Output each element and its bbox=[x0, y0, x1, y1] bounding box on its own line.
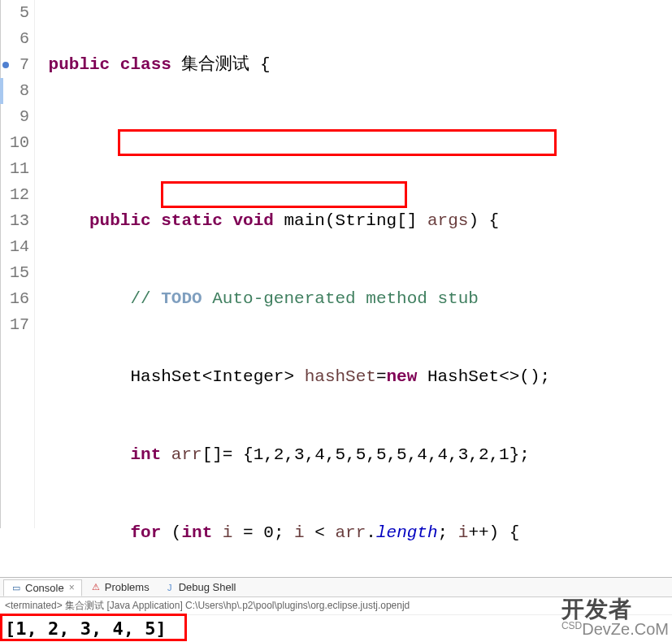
bottom-panel: ▭ Console × ⚠ Problems J Debug Shell <te… bbox=[0, 577, 672, 642]
output-text: [1, 2, 3, 4, 5] bbox=[5, 618, 167, 639]
line-number: 11 bbox=[1, 156, 29, 182]
code-editor[interactable]: 5 6 7 8 9 10 11 12 13 14 15 16 17 public… bbox=[0, 0, 672, 528]
line-number: 17 bbox=[1, 312, 29, 338]
problems-icon: ⚠ bbox=[90, 582, 102, 593]
tab-debug-shell[interactable]: J Debug Shell bbox=[158, 579, 243, 595]
line-number: 14 bbox=[1, 234, 29, 260]
code-line[interactable]: for (int i = 0; i < arr.length; i++) { bbox=[38, 520, 672, 546]
debug-shell-icon: J bbox=[164, 582, 176, 593]
line-number: 15 bbox=[1, 260, 29, 286]
line-number: 6 bbox=[1, 26, 29, 52]
bottom-tabs: ▭ Console × ⚠ Problems J Debug Shell bbox=[0, 578, 672, 597]
line-number: 9 bbox=[1, 104, 29, 130]
tab-label: Console bbox=[25, 582, 64, 594]
code-line[interactable]: HashSet<Integer> hashSet=new HashSet<>()… bbox=[38, 364, 672, 390]
code-line[interactable]: public class 集合测试 { bbox=[38, 52, 672, 78]
line-number: 8 bbox=[1, 78, 29, 104]
line-number: 10 bbox=[1, 130, 29, 156]
line-number: 16 bbox=[1, 286, 29, 312]
console-header: <terminated> 集合测试 [Java Application] C:\… bbox=[0, 597, 672, 615]
line-number: 7 bbox=[1, 52, 29, 78]
change-marker-icon bbox=[0, 78, 3, 104]
code-area[interactable]: public class 集合测试 { public static void m… bbox=[35, 0, 672, 528]
line-number: 5 bbox=[1, 0, 29, 26]
tab-label: Problems bbox=[105, 581, 150, 593]
code-line[interactable] bbox=[38, 130, 672, 156]
line-gutter: 5 6 7 8 9 10 11 12 13 14 15 16 17 bbox=[1, 0, 35, 528]
code-line[interactable]: // TODO Auto-generated method stub bbox=[38, 286, 672, 312]
tab-console[interactable]: ▭ Console × bbox=[3, 579, 82, 596]
line-number: 13 bbox=[1, 208, 29, 234]
line-number: 12 bbox=[1, 182, 29, 208]
code-line[interactable]: int arr[]= {1,2,3,4,5,5,5,5,4,4,3,2,1}; bbox=[38, 442, 672, 468]
console-output[interactable]: [1, 2, 3, 4, 5] bbox=[0, 615, 672, 642]
console-icon: ▭ bbox=[11, 582, 22, 593]
breakpoint-icon[interactable] bbox=[2, 62, 9, 68]
tab-problems[interactable]: ⚠ Problems bbox=[84, 579, 156, 595]
close-icon[interactable]: × bbox=[69, 582, 75, 593]
highlight-box bbox=[161, 181, 407, 208]
code-line[interactable]: public static void main(String[] args) { bbox=[38, 208, 672, 234]
tab-label: Debug Shell bbox=[179, 581, 236, 593]
